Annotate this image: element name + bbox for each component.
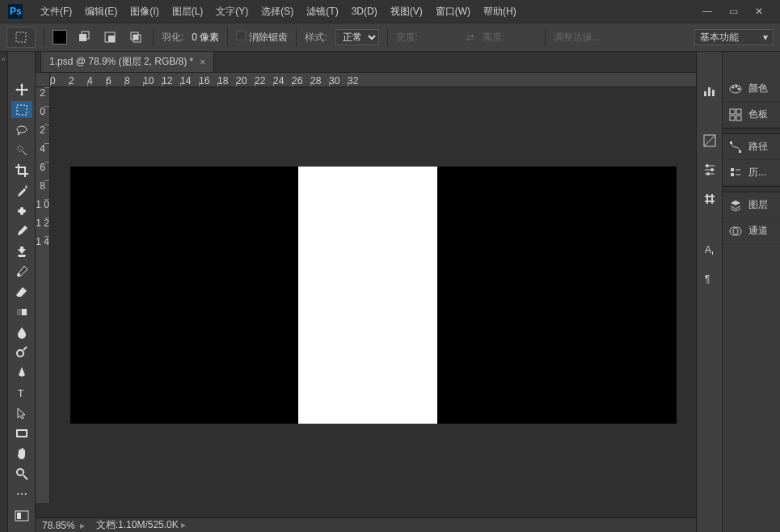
- menu-file[interactable]: 文件(F): [34, 5, 78, 19]
- width-label: 宽度:: [396, 31, 418, 44]
- svg-rect-32: [712, 251, 713, 255]
- svg-rect-20: [17, 430, 27, 437]
- svg-text:A: A: [705, 244, 711, 255]
- svg-rect-26: [712, 90, 715, 96]
- tools-panel: T ⋯: [8, 52, 36, 532]
- panel-swatches-label: 色板: [748, 108, 768, 121]
- ruler-horizontal[interactable]: 02468101214161820222426283032: [50, 73, 696, 87]
- svg-rect-43: [739, 150, 741, 153]
- path-select-tool[interactable]: [11, 404, 32, 421]
- quick-select-tool[interactable]: [11, 141, 32, 158]
- move-tool[interactable]: [11, 81, 32, 98]
- zoom-tool[interactable]: [11, 465, 32, 482]
- menu-filter[interactable]: 滤镜(T): [300, 5, 344, 19]
- current-tool-icon[interactable]: [6, 27, 36, 48]
- panel-channels[interactable]: 通道: [723, 218, 780, 244]
- canvas-layer-black: [70, 167, 677, 424]
- svg-rect-10: [17, 105, 27, 115]
- blur-tool[interactable]: [11, 323, 32, 340]
- menu-window[interactable]: 窗口(W): [429, 5, 477, 19]
- svg-rect-14: [20, 207, 23, 215]
- healing-brush-tool[interactable]: [11, 202, 32, 219]
- menu-image[interactable]: 图像(I): [124, 5, 165, 19]
- canvas[interactable]: [50, 87, 696, 503]
- zoom-flyout-icon[interactable]: ▸: [80, 520, 85, 531]
- panel-paths[interactable]: 路径: [723, 134, 780, 160]
- menu-edit[interactable]: 编辑(E): [78, 5, 124, 19]
- feather-value[interactable]: 0 像素: [192, 31, 219, 44]
- svg-point-21: [17, 469, 23, 475]
- left-edge-strip: «: [0, 52, 8, 532]
- style-label: 样式:: [305, 31, 327, 44]
- svg-rect-6: [108, 36, 115, 42]
- lasso-tool[interactable]: [11, 121, 32, 138]
- collapse-left-icon[interactable]: «: [2, 55, 6, 63]
- menu-help[interactable]: 帮助(H): [477, 5, 523, 19]
- clone-stamp-tool[interactable]: [11, 243, 32, 260]
- rectangle-tool[interactable]: [11, 424, 32, 441]
- menu-bar: Ps 文件(F) 编辑(E) 图像(I) 图层(L) 文字(Y) 选择(S) 滤…: [0, 0, 780, 23]
- histogram-icon[interactable]: [700, 81, 719, 100]
- antialias-checkbox: 消除锯齿: [236, 31, 288, 44]
- svg-rect-17: [17, 309, 22, 315]
- panel-history-label: 历...: [748, 166, 766, 179]
- app-logo: Ps: [6, 2, 24, 20]
- svg-point-37: [738, 87, 740, 90]
- svg-point-28: [706, 164, 709, 167]
- workspace-select[interactable]: 基本功能▾: [694, 29, 774, 45]
- menu-3d[interactable]: 3D(D): [345, 6, 384, 17]
- document-tab[interactable]: 1.psd @ 78.9% (图层 2, RGB/8) * ×: [40, 51, 214, 72]
- panel-history[interactable]: 历...: [723, 160, 780, 186]
- pen-tool[interactable]: [11, 364, 32, 381]
- maximize-button[interactable]: ▭: [725, 3, 741, 19]
- dodge-tool[interactable]: [11, 344, 32, 361]
- status-flyout-icon[interactable]: ▸: [181, 519, 186, 530]
- menu-select[interactable]: 选择(S): [255, 5, 300, 19]
- svg-point-12: [18, 146, 23, 151]
- panel-color[interactable]: 颜色: [723, 76, 780, 102]
- adjustments-icon[interactable]: [700, 160, 719, 179]
- panel-layers[interactable]: 图层: [723, 192, 780, 218]
- doc-size-value: 1.10M/525.0K: [118, 519, 179, 530]
- style-select[interactable]: 正常: [335, 29, 379, 45]
- type-tool[interactable]: T: [11, 384, 32, 401]
- more-tools-icon[interactable]: ⋯: [11, 485, 32, 502]
- crop-tool[interactable]: [11, 162, 32, 179]
- svg-point-35: [732, 86, 735, 88]
- panel-swatches[interactable]: 色板: [723, 102, 780, 128]
- fill-swatch[interactable]: [53, 30, 67, 44]
- close-window-button[interactable]: ✕: [751, 3, 767, 19]
- svg-rect-3: [79, 34, 86, 41]
- eyedropper-tool[interactable]: [11, 182, 32, 199]
- height-label: 高度:: [483, 31, 504, 44]
- styles-icon[interactable]: [700, 189, 719, 209]
- ruler-vertical[interactable]: 2024681 01 21 4: [36, 87, 50, 503]
- zoom-value[interactable]: 78.85%: [42, 520, 75, 531]
- character-icon[interactable]: A: [700, 239, 719, 259]
- subtract-icon[interactable]: [101, 28, 119, 46]
- paragraph-icon[interactable]: ¶: [700, 268, 719, 288]
- document-area: 1.psd @ 78.9% (图层 2, RGB/8) * × 02468101…: [36, 52, 696, 532]
- eraser-tool[interactable]: [11, 283, 32, 300]
- menu-type[interactable]: 文字(Y): [209, 5, 255, 19]
- brush-tool[interactable]: [11, 222, 32, 239]
- marquee-tool[interactable]: [11, 101, 32, 118]
- edit-toolbar-icon[interactable]: [15, 505, 29, 532]
- menu-layer[interactable]: 图层(L): [166, 5, 210, 19]
- history-brush-tool[interactable]: [11, 263, 32, 280]
- svg-rect-9: [133, 35, 138, 40]
- gradient-tool[interactable]: [11, 303, 32, 320]
- swap-icon: ⇄: [466, 32, 474, 43]
- doc-size-label: 文档:: [96, 519, 118, 530]
- intersect-icon[interactable]: [127, 28, 145, 46]
- svg-rect-23: [17, 513, 21, 519]
- feather-label: 羽化:: [162, 31, 183, 44]
- document-tabs: 1.psd @ 78.9% (图层 2, RGB/8) * ×: [36, 52, 696, 73]
- new-layer-icon[interactable]: [75, 28, 93, 46]
- menu-view[interactable]: 视图(V): [384, 5, 429, 19]
- svg-point-29: [710, 168, 714, 171]
- minimize-button[interactable]: —: [699, 3, 715, 19]
- hand-tool[interactable]: [11, 445, 32, 462]
- close-tab-icon[interactable]: ×: [200, 57, 205, 68]
- navigator-icon[interactable]: [700, 131, 719, 150]
